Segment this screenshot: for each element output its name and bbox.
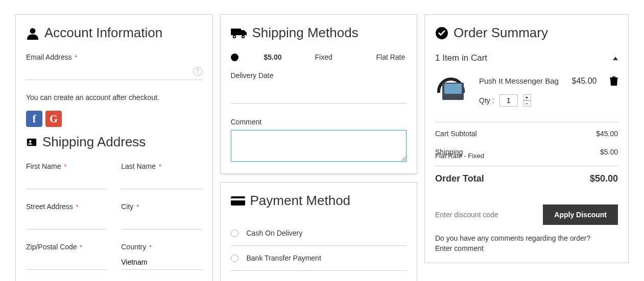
shipping-option-method: Fixed bbox=[315, 53, 351, 61]
user-icon bbox=[26, 27, 39, 40]
account-info-panel: Account Information Email Address ? You … bbox=[15, 14, 213, 281]
order-total-row: Order Total $50.00 bbox=[435, 166, 618, 189]
last-name-label: Last Name bbox=[121, 162, 202, 170]
google-login-button[interactable]: G bbox=[45, 111, 62, 127]
subtotal-value: $45.00 bbox=[596, 130, 618, 138]
shipping-address-title: Shipping Address bbox=[26, 134, 202, 150]
facebook-login-button[interactable]: f bbox=[26, 111, 42, 127]
apply-discount-button[interactable]: Apply Discount bbox=[543, 205, 618, 225]
svg-point-7 bbox=[242, 36, 244, 37]
radio-selected-icon bbox=[231, 54, 238, 61]
first-name-field[interactable] bbox=[26, 174, 107, 189]
svg-rect-1 bbox=[27, 138, 36, 146]
shipping-comment-field[interactable] bbox=[231, 130, 407, 162]
chevron-up-icon bbox=[613, 57, 618, 60]
product-price: $45.00 bbox=[571, 76, 597, 86]
product-image bbox=[435, 76, 471, 106]
svg-rect-9 bbox=[231, 198, 245, 200]
credit-card-icon bbox=[231, 195, 245, 207]
payment-method-panel: Payment Method Cash On Delivery Bank Tra… bbox=[220, 182, 418, 281]
last-name-group: Last Name bbox=[121, 162, 202, 189]
cart-items-toggle[interactable]: 1 Item in Cart bbox=[435, 53, 618, 63]
delivery-date-group: Delivery Date bbox=[231, 71, 407, 104]
discount-code-input[interactable] bbox=[435, 205, 543, 225]
city-group: City bbox=[121, 202, 202, 229]
svg-point-2 bbox=[29, 140, 32, 142]
remove-item-button[interactable] bbox=[610, 76, 618, 87]
first-name-label: First Name bbox=[26, 162, 107, 170]
account-note: You can create an account after checkout… bbox=[26, 93, 202, 101]
order-summary-panel: Order Summary 1 Item in Cart Push It Mes… bbox=[424, 14, 629, 263]
shipping-option-price: $5.00 bbox=[264, 53, 290, 61]
street-label: Street Address bbox=[26, 202, 107, 211]
address-card-icon bbox=[26, 137, 37, 148]
product-name: Push It Messenger Bag bbox=[479, 76, 559, 85]
radio-unselected-icon bbox=[231, 229, 238, 237]
svg-rect-8 bbox=[231, 196, 245, 206]
street-field[interactable] bbox=[26, 215, 107, 229]
order-summary-title: Order Summary bbox=[435, 25, 618, 41]
first-name-group: First Name bbox=[26, 162, 107, 189]
qty-increment-button[interactable]: + bbox=[523, 94, 531, 100]
email-label: Email Address bbox=[26, 53, 202, 61]
svg-point-6 bbox=[233, 36, 235, 37]
order-total-value: $50.00 bbox=[590, 173, 618, 184]
delivery-date-field[interactable] bbox=[231, 84, 407, 98]
zip-label: Zip/Postal Code bbox=[26, 243, 107, 251]
comment-group: Comment bbox=[231, 118, 407, 163]
svg-point-0 bbox=[30, 28, 36, 34]
order-total-label: Order Total bbox=[435, 173, 484, 184]
payment-option-bank[interactable]: Bank Transfer Payment bbox=[231, 246, 407, 271]
subtotal-row: Cart Subtotal $45.00 bbox=[435, 124, 618, 143]
shipping-total-value: $5.00 bbox=[600, 148, 618, 156]
svg-rect-12 bbox=[610, 78, 618, 79]
shipping-methods-panel: Shipping Methods $5.00 Fixed Flat Rate D… bbox=[220, 14, 418, 174]
truck-icon bbox=[231, 27, 247, 39]
order-comment-hint: Enter comment bbox=[435, 244, 618, 252]
cart-item: Push It Messenger Bag $45.00 Qty : + − bbox=[435, 72, 618, 122]
city-label: City bbox=[121, 202, 202, 211]
account-title: Account Information bbox=[26, 25, 202, 41]
shipping-methods-title: Shipping Methods bbox=[231, 25, 407, 41]
last-name-field[interactable] bbox=[121, 174, 202, 189]
payment-method-title: Payment Method bbox=[231, 193, 407, 209]
payment-option-label: Bank Transfer Payment bbox=[247, 254, 321, 262]
qty-input[interactable] bbox=[499, 94, 518, 107]
city-field[interactable] bbox=[121, 215, 202, 229]
cart-items-label: 1 Item in Cart bbox=[435, 53, 487, 63]
shipping-option-carrier: Flat Rate bbox=[376, 53, 406, 61]
help-icon[interactable]: ? bbox=[193, 67, 202, 76]
qty-decrement-button[interactable]: − bbox=[523, 100, 531, 107]
social-login-row: f G bbox=[26, 111, 202, 127]
svg-rect-3 bbox=[231, 29, 241, 35]
email-field[interactable] bbox=[26, 65, 202, 80]
country-field[interactable] bbox=[121, 255, 202, 270]
check-circle-icon bbox=[435, 27, 448, 40]
order-comment-question: Do you have any comments regarding the o… bbox=[435, 234, 618, 242]
country-label: Country bbox=[121, 243, 202, 251]
payment-option-label: Cash On Delivery bbox=[247, 229, 303, 237]
country-group: Country bbox=[121, 243, 202, 270]
subtotal-label: Cart Subtotal bbox=[435, 130, 477, 138]
comment-label: Comment bbox=[231, 118, 407, 126]
delivery-date-label: Delivery Date bbox=[231, 71, 407, 80]
payment-option-cod[interactable]: Cash On Delivery bbox=[231, 221, 407, 246]
zip-group: Zip/Postal Code bbox=[26, 243, 107, 270]
email-field-group: Email Address ? bbox=[26, 53, 202, 80]
qty-label: Qty : bbox=[479, 96, 494, 105]
radio-unselected-icon bbox=[231, 254, 238, 262]
svg-rect-11 bbox=[612, 76, 615, 78]
zip-field[interactable] bbox=[26, 255, 107, 270]
street-group: Street Address bbox=[26, 202, 107, 229]
shipping-option-flat-rate[interactable]: $5.00 Fixed Flat Rate bbox=[231, 53, 407, 61]
shipping-total-sub: Flat Rate - Fixed bbox=[435, 152, 618, 160]
discount-row: Apply Discount bbox=[435, 205, 618, 225]
